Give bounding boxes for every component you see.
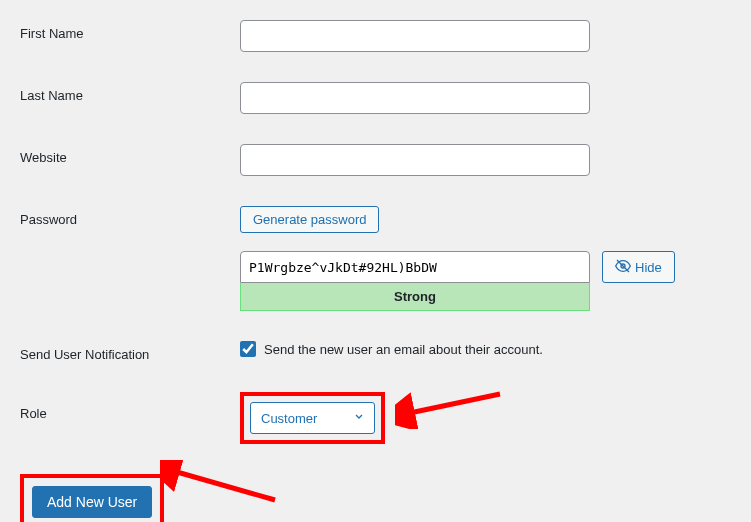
generate-password-button[interactable]: Generate password: [240, 206, 379, 233]
last-name-input[interactable]: [240, 82, 590, 114]
first-name-input[interactable]: [240, 20, 590, 52]
annotation-arrow-icon: [160, 460, 280, 505]
first-name-label: First Name: [20, 20, 240, 41]
add-new-user-button[interactable]: Add New User: [32, 486, 152, 518]
password-label: Password: [20, 206, 240, 227]
website-label: Website: [20, 144, 240, 165]
annotation-highlight-role: Customer: [240, 392, 385, 444]
svg-line-5: [170, 470, 275, 500]
website-input[interactable]: [240, 144, 590, 176]
notification-checkbox-label: Send the new user an email about their a…: [264, 342, 543, 357]
role-select[interactable]: Customer: [250, 402, 375, 434]
notification-checkbox-row[interactable]: Send the new user an email about their a…: [240, 341, 731, 357]
add-user-form: First Name Last Name Website Password Ge…: [20, 20, 731, 522]
role-label: Role: [20, 392, 240, 421]
annotation-arrow-icon: [395, 389, 505, 429]
password-strength-indicator: Strong: [240, 283, 590, 311]
notification-checkbox[interactable]: [240, 341, 256, 357]
last-name-label: Last Name: [20, 82, 240, 103]
annotation-highlight-submit: Add New User: [20, 474, 164, 522]
svg-line-3: [405, 394, 500, 414]
notification-label: Send User Notification: [20, 341, 240, 362]
password-input[interactable]: [240, 251, 590, 283]
hide-button-label: Hide: [635, 260, 662, 275]
eye-slash-icon: [615, 258, 631, 277]
hide-password-button[interactable]: Hide: [602, 251, 675, 283]
